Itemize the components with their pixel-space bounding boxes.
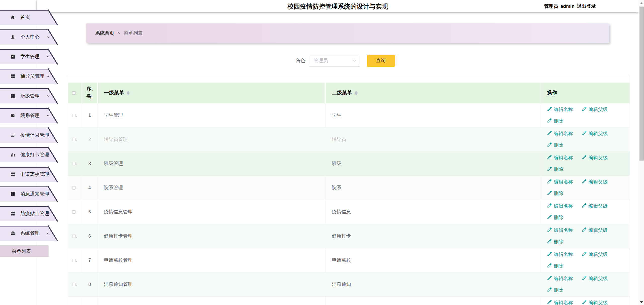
pencil-icon (582, 251, 587, 258)
chevron-down-icon (46, 212, 50, 216)
sidebar-item-label: 疫情信息管理 (20, 132, 49, 138)
row-checkbox[interactable] (72, 259, 75, 262)
checkbox-dot: . (76, 91, 77, 95)
edit-name-link[interactable]: 编辑名称 (547, 155, 573, 161)
sidebar-item-1[interactable]: 首页 (0, 10, 57, 25)
row-level1: 院系管理 (97, 176, 325, 200)
row-select-cell: . (68, 103, 82, 127)
edit-name-link[interactable]: 编辑名称 (547, 299, 573, 305)
edit-name-link[interactable]: 编辑名称 (547, 130, 573, 137)
delete-link[interactable]: 删除 (547, 166, 563, 173)
role-select[interactable]: 管理员 (309, 55, 360, 67)
edit-name-link[interactable]: 编辑名称 (547, 251, 573, 258)
sidebar-item-4[interactable]: 辅导员管理 (0, 69, 57, 84)
pencil-icon (582, 106, 587, 113)
sidebar-item-9[interactable]: 申请离校管理 (0, 167, 57, 182)
breadcrumb-current: 菜单列表 (124, 30, 143, 36)
pencil-icon (547, 263, 552, 269)
delete-link[interactable]: 删除 (547, 214, 563, 221)
breadcrumb: 系统首页 > 菜单列表 (86, 23, 609, 43)
edit-parent-link[interactable]: 编辑父级 (582, 106, 608, 113)
user-name: admin (560, 4, 575, 9)
pencil-icon (547, 251, 552, 258)
chevron-down-icon (46, 74, 50, 78)
row-level1: 健康打卡管理 (97, 224, 325, 248)
edit-parent-link[interactable]: 编辑父级 (582, 130, 608, 137)
pencil-icon (547, 276, 552, 282)
window-scrollbar[interactable] (639, 0, 644, 305)
row-index: 2 (82, 127, 97, 151)
pencil-icon (582, 179, 587, 185)
chevron-down-icon (46, 114, 50, 118)
sort-icon[interactable] (355, 91, 358, 95)
sidebar-item-11[interactable]: 防疫贴士管理 (0, 206, 57, 221)
edit-name-link[interactable]: 编辑名称 (547, 275, 573, 282)
sidebar-item-8[interactable]: 健康打卡管理 (0, 147, 57, 162)
edit-parent-link[interactable]: 编辑父级 (582, 203, 608, 209)
header-select-cell: . (68, 83, 82, 103)
breadcrumb-home[interactable]: 系统首页 (95, 30, 114, 36)
row-actions: 编辑名称 编辑父级 删除 (540, 296, 630, 305)
table-row: . 6 健康打卡管理 健康打卡 编辑名称 编辑父级 删除 (68, 224, 630, 248)
sidebar-submenu-menu-list[interactable]: 菜单列表 (0, 245, 49, 257)
row-checkbox[interactable] (72, 114, 75, 117)
delete-link[interactable]: 删除 (547, 118, 563, 124)
scrollbar-thumb[interactable] (639, 7, 644, 161)
sidebar-item-label: 健康打卡管理 (20, 151, 49, 158)
delete-link[interactable]: 删除 (547, 287, 563, 293)
breadcrumb-separator: > (118, 30, 120, 36)
sidebar-item-6[interactable]: 院系管理 (0, 108, 57, 123)
row-checkbox[interactable] (72, 235, 75, 238)
delete-link[interactable]: 删除 (547, 263, 563, 269)
edit-name-link[interactable]: 编辑名称 (547, 106, 573, 113)
delete-link[interactable]: 删除 (547, 239, 563, 245)
edit-name-link[interactable]: 编辑名称 (547, 227, 573, 234)
row-index: 6 (82, 224, 97, 248)
row-checkbox[interactable] (72, 283, 75, 286)
row-level1: 辅导员管理 (97, 127, 325, 151)
row-level2: 申请离校 (325, 248, 540, 272)
table-header-row: . 序.号. 一级菜单 二级菜单 操作 (68, 83, 630, 103)
delete-link[interactable]: 删除 (547, 142, 563, 148)
row-checkbox[interactable] (72, 162, 75, 165)
delete-link[interactable]: 删除 (547, 190, 563, 197)
sidebar-item-3[interactable]: 学生管理 (0, 49, 57, 64)
row-checkbox[interactable] (72, 186, 75, 189)
pencil-icon (547, 190, 552, 197)
edit-parent-link[interactable]: 编辑父级 (582, 275, 608, 282)
sidebar-item-label: 学生管理 (20, 53, 40, 60)
row-level2: 疫情信息 (325, 200, 540, 224)
checkbox-dot: . (76, 258, 77, 263)
sort-icon[interactable] (127, 91, 130, 95)
pencil-icon (547, 142, 552, 148)
sidebar-item-7[interactable]: 疫情信息管理 (0, 128, 57, 143)
chevron-down-icon (46, 94, 50, 98)
row-checkbox[interactable] (72, 210, 75, 214)
sidebar-item-label: 系统管理 (20, 230, 40, 237)
table-row: . 5 疫情信息管理 疫情信息 编辑名称 编辑父级 删除 (68, 200, 630, 224)
row-select-cell: . (68, 248, 82, 272)
edit-parent-link[interactable]: 编辑父级 (582, 227, 608, 234)
edit-name-link[interactable]: 编辑名称 (547, 179, 573, 185)
chevron-down-icon (46, 133, 50, 137)
scroll-up-arrow-icon[interactable] (640, 2, 643, 4)
edit-parent-link[interactable]: 编辑父级 (582, 155, 608, 161)
sidebar: 首页 个人中心 学生管理 辅 (0, 10, 58, 257)
edit-name-link[interactable]: 编辑名称 (547, 203, 573, 209)
edit-parent-link[interactable]: 编辑父级 (582, 179, 608, 185)
row-level2: 辅导员 (325, 127, 540, 151)
sidebar-item-10[interactable]: 消息通知管理 (0, 186, 57, 202)
edit-parent-link[interactable]: 编辑父级 (582, 299, 608, 305)
pencil-icon (547, 166, 552, 173)
sidebar-item-5[interactable]: 班级管理 (0, 88, 57, 103)
row-checkbox[interactable] (72, 138, 75, 141)
select-all-checkbox[interactable] (72, 91, 75, 95)
row-actions: 编辑名称 编辑父级 删除 (540, 151, 630, 176)
sidebar-item-2[interactable]: 个人中心 (0, 29, 57, 45)
scroll-down-arrow-icon[interactable] (640, 301, 643, 303)
logout-link[interactable]: 退出登录 (577, 3, 596, 10)
search-button[interactable]: 查询 (367, 55, 395, 67)
pencil-icon (547, 227, 552, 234)
edit-parent-link[interactable]: 编辑父级 (582, 251, 608, 258)
sidebar-item-12[interactable]: 系统管理 (0, 226, 57, 241)
